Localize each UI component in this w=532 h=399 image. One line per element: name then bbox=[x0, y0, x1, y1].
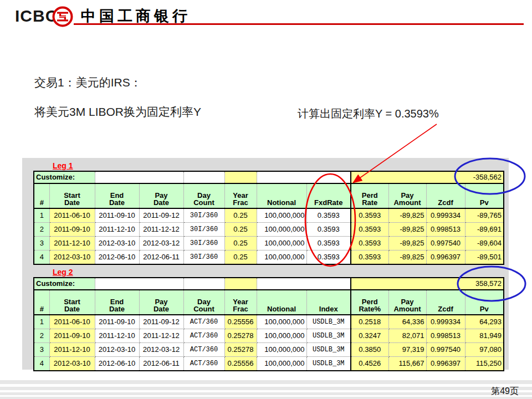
cell: -89,604 bbox=[465, 237, 504, 250]
cell: 0.3593 bbox=[306, 250, 351, 265]
cell: 0.3593 bbox=[351, 223, 388, 237]
cell: 2011-12-10 bbox=[49, 343, 95, 357]
cell: 100,000,000 bbox=[257, 357, 306, 371]
cell: 0.3593 bbox=[351, 208, 388, 223]
column-header-line2: Date bbox=[141, 199, 182, 207]
column-header-line2: Frac bbox=[227, 199, 255, 207]
customize-cell bbox=[95, 171, 183, 183]
cell: ACT/360 bbox=[183, 357, 224, 371]
cell: 0.3593 bbox=[306, 208, 351, 223]
column-header-count: DayCount bbox=[183, 290, 224, 315]
column-header-date: EndDate bbox=[95, 290, 139, 315]
cell: 2011-09-10 bbox=[95, 315, 139, 329]
cell: 30I/360 bbox=[183, 250, 224, 265]
column-header-line1: End bbox=[97, 298, 137, 306]
cell: 4 bbox=[34, 357, 49, 371]
column-header-date: StartDate bbox=[49, 290, 95, 315]
cell: -89,765 bbox=[465, 208, 504, 223]
leg1-label: Leg 1 bbox=[53, 161, 73, 170]
column-header-line2: Notional bbox=[259, 199, 305, 207]
column-header-pv: Pv bbox=[465, 290, 504, 315]
cell: 30I/360 bbox=[183, 237, 224, 250]
cell: 0.999334 bbox=[426, 315, 465, 329]
cell: -89,501 bbox=[465, 250, 504, 265]
cell: 100,000,000 bbox=[257, 343, 306, 357]
column-header-frac: YearFrac bbox=[224, 183, 257, 208]
page-number: 第49页 bbox=[491, 386, 519, 397]
cell: -89,825 bbox=[388, 250, 426, 265]
cell: 0.3850 bbox=[351, 343, 388, 357]
cell: USDLB_3M bbox=[306, 315, 351, 329]
cell: 0.998513 bbox=[426, 223, 465, 237]
column-header-line2: FxdRate bbox=[309, 199, 349, 207]
footer-stripe bbox=[0, 392, 532, 395]
cell: -89,825 bbox=[388, 208, 426, 223]
cell: 2012-03-10 bbox=[49, 357, 95, 371]
column-header-line2: Count bbox=[186, 199, 223, 207]
cell: 0.25556 bbox=[224, 315, 257, 329]
table-row: 32011-12-102012-03-102012-03-1230I/3600.… bbox=[34, 237, 504, 250]
data-rows: 12011-06-102011-09-102011-09-1230I/3600.… bbox=[34, 208, 504, 264]
cell: 2011-12-12 bbox=[139, 223, 183, 237]
cell: 2011-09-10 bbox=[49, 329, 95, 343]
cell: 0.998513 bbox=[426, 329, 465, 343]
cell: 2012-03-12 bbox=[139, 237, 183, 250]
column-header-zcdf: Zcdf bbox=[426, 183, 465, 208]
cell: 3 bbox=[34, 343, 49, 357]
cell: 97,080 bbox=[465, 343, 504, 357]
customize-cell bbox=[257, 171, 351, 183]
column-header-line2: Date bbox=[52, 199, 93, 207]
column-header-zcdf: Zcdf bbox=[426, 290, 465, 315]
leg2-label: Leg 2 bbox=[53, 268, 73, 277]
column-header-line1: Start bbox=[52, 298, 93, 306]
cell: 0.3593 bbox=[306, 223, 351, 237]
customize-row: Customize: -358,562 bbox=[34, 171, 504, 183]
cell: 0.3593 bbox=[351, 237, 388, 250]
table-row: 32011-12-102012-03-102012-03-12ACT/3600.… bbox=[34, 343, 504, 357]
column-header-notional: Notional bbox=[257, 183, 306, 208]
customize-cell bbox=[224, 278, 257, 290]
column-header-line2: Date bbox=[141, 305, 182, 313]
cell: 2012-06-10 bbox=[95, 250, 139, 265]
cell: 2012-03-10 bbox=[49, 250, 95, 265]
header-row: #StartDateEndDatePayDateDayCountYearFrac… bbox=[34, 183, 504, 208]
fixed-rate-annotation: 计算出固定利率Y = 0.3593% bbox=[298, 106, 439, 121]
cell: 0.997540 bbox=[426, 237, 465, 250]
cell: 0.25 bbox=[224, 250, 257, 265]
cell: 81,949 bbox=[465, 329, 504, 343]
column-header-line1: Pay bbox=[141, 192, 182, 200]
cell: 0.25556 bbox=[224, 357, 257, 371]
customize-label: Customize: bbox=[34, 171, 95, 183]
cell: 2011-12-10 bbox=[95, 223, 139, 237]
column-header-line2: Count bbox=[186, 305, 223, 313]
column-header-line2: Rate% bbox=[353, 305, 387, 313]
column-header-line1: Perd bbox=[353, 192, 387, 200]
cell: 0.996397 bbox=[426, 250, 465, 265]
column-header-line2: Frac bbox=[227, 305, 255, 313]
cell: 0.3593 bbox=[306, 237, 351, 250]
column-header-amount: PayAmount bbox=[388, 290, 426, 315]
cell: 30I/360 bbox=[183, 208, 224, 223]
header-rule bbox=[74, 23, 524, 25]
column-header-line2: # bbox=[36, 199, 48, 207]
cell: 115,667 bbox=[388, 357, 426, 371]
cell: 0.996397 bbox=[426, 357, 465, 371]
column-header-line1: Pay bbox=[391, 298, 424, 306]
column-header-line2: Pv bbox=[467, 305, 502, 313]
cell: 0.4526 bbox=[351, 357, 388, 371]
column-header-date: StartDate bbox=[49, 183, 95, 208]
cell: 2011-09-12 bbox=[139, 208, 183, 223]
column-header-line2: Rate bbox=[353, 199, 387, 207]
cell: 0.2518 bbox=[351, 315, 388, 329]
cell: 1 bbox=[34, 315, 49, 329]
cell: 3 bbox=[34, 237, 49, 250]
column-header-line2: Zcdf bbox=[428, 199, 463, 207]
cell: USDLB_3M bbox=[306, 329, 351, 343]
cell: 0.25278 bbox=[224, 329, 257, 343]
cell: 64,336 bbox=[388, 315, 426, 329]
cell: 100,000,000 bbox=[257, 315, 306, 329]
table-row: 42012-03-102012-06-102012-06-1130I/3600.… bbox=[34, 250, 504, 265]
column-header-index: Index bbox=[306, 290, 351, 315]
cell: 100,000,000 bbox=[257, 329, 306, 343]
customize-label: Customize: bbox=[34, 278, 95, 290]
